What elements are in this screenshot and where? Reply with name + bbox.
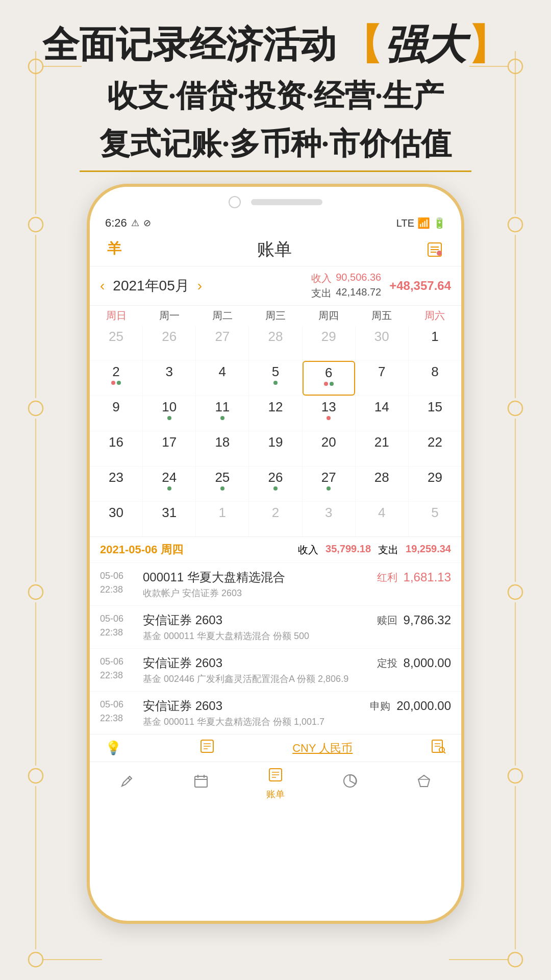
income-label: 收入 (311, 272, 332, 285)
signal-icon: ⊘ (143, 217, 151, 229)
currency-label[interactable]: CNY 人民币 (292, 741, 353, 756)
battery-icon: 🔋 (433, 217, 446, 229)
balance-value: +48,357.64 (389, 279, 451, 293)
prev-month-button[interactable]: ‹ (100, 278, 105, 294)
trans-expense-label: 支出 (378, 543, 398, 557)
calendar-cell-18[interactable]: 18 (196, 431, 248, 466)
time-display: 6:26 (105, 216, 127, 230)
nav-diamond[interactable] (387, 773, 461, 794)
calendar-cell-3[interactable]: 3 (143, 361, 195, 396)
trans-expense-value: 19,259.34 (406, 543, 451, 557)
calendar-cell-25[interactable]: 25 (196, 467, 248, 501)
signal-bars: 📶 (417, 217, 430, 229)
app-title: 账单 (257, 238, 292, 261)
calendar-cell-5[interactable]: 5 (249, 361, 302, 396)
calendar-cell-27[interactable]: 27 (303, 467, 355, 501)
nav-bill[interactable]: 账单 (238, 767, 313, 800)
expense-label: 支出 (311, 286, 332, 300)
calendar-cell-4[interactable]: 4 (196, 361, 248, 396)
calendar-cell-9[interactable]: 9 (90, 396, 142, 431)
calendar-cell-5[interactable]: 5 (409, 502, 461, 536)
svg-point-14 (29, 769, 43, 783)
bill-icon-left[interactable] (199, 739, 215, 757)
trans-amount: 20,000.00 (396, 699, 451, 713)
phone-speaker (251, 199, 322, 205)
svg-text:羊: 羊 (107, 240, 122, 256)
calendar-cell-6[interactable]: 6 (303, 361, 355, 396)
edit-icon-button[interactable] (423, 238, 446, 261)
trans-time: 05-0622:38 (100, 698, 136, 725)
calendar-cell-25[interactable]: 25 (90, 326, 142, 360)
calendar-cell-1[interactable]: 1 (409, 326, 461, 360)
calendar-cell-23[interactable]: 23 (90, 467, 142, 501)
calendar-cell-19[interactable]: 19 (249, 431, 302, 466)
income-value: 90,506.36 (336, 272, 381, 285)
calendar-cell-21[interactable]: 21 (356, 431, 408, 466)
transaction-item[interactable]: 05-0622:38安信证券 2603申购20,000.00基金 000011 … (90, 691, 461, 734)
svg-point-19 (508, 585, 522, 599)
calendar-cell-12[interactable]: 12 (249, 396, 302, 431)
day-thu: 周四 (302, 306, 355, 326)
calendar-cell-28[interactable]: 28 (356, 467, 408, 501)
nav-edit[interactable] (90, 773, 164, 794)
calendar-cell-29[interactable]: 29 (303, 326, 355, 360)
calendar-cell-26[interactable]: 26 (249, 467, 302, 501)
calendar-cell-10[interactable]: 10 (143, 396, 195, 431)
header-text-main: 全面记录经济活动 (42, 23, 336, 67)
svg-point-18 (508, 401, 522, 415)
calendar-cell-11[interactable]: 11 (196, 396, 248, 431)
trans-name: 000011 华夏大盘精选混合 (143, 569, 285, 585)
calendar-cell-24[interactable]: 24 (143, 467, 195, 501)
header-line3: 复式记账·多币种·市价估值 (31, 122, 520, 165)
calendar-cell-15[interactable]: 15 (409, 396, 461, 431)
calendar-cell-17[interactable]: 17 (143, 431, 195, 466)
calendar-cell-2[interactable]: 2 (249, 502, 302, 536)
trans-tag: 红利 (377, 571, 397, 584)
trans-body: 安信证券 2603定投8,000.00基金 002446 广发利鑫灵活配置混合A… (143, 655, 451, 685)
svg-point-12 (29, 401, 43, 415)
calendar-cell-30[interactable]: 30 (356, 326, 408, 360)
transaction-list: 05-0622:38000011 华夏大盘精选混合红利1,681.13收款帐户 … (90, 562, 461, 734)
month-label: 2021年05月 (113, 276, 189, 296)
phone-mockup: 6:26 ⚠ ⊘ LTE 📶 🔋 羊 账单 (87, 184, 464, 924)
calendar-cell-1[interactable]: 1 (196, 502, 248, 536)
svg-point-31 (437, 251, 442, 256)
calendar-cell-22[interactable]: 22 (409, 431, 461, 466)
calendar-cell-27[interactable]: 27 (196, 326, 248, 360)
calendar-cell-8[interactable]: 8 (409, 361, 461, 396)
transaction-item[interactable]: 05-0622:38000011 华夏大盘精选混合红利1,681.13收款帐户 … (90, 562, 461, 605)
calendar-cell-7[interactable]: 7 (356, 361, 408, 396)
transaction-item[interactable]: 05-0622:38安信证券 2603定投8,000.00基金 002446 广… (90, 648, 461, 691)
calendar-cell-31[interactable]: 31 (143, 502, 195, 536)
expense-row: 支出 42,148.72 (311, 286, 381, 300)
income-row: 收入 90,506.36 (311, 272, 381, 285)
bottom-navigation: 账单 (90, 762, 461, 803)
calendar-cell-26[interactable]: 26 (143, 326, 195, 360)
lightbulb-icon[interactable]: 💡 (105, 740, 121, 756)
calendar-cell-2[interactable]: 2 (90, 361, 142, 396)
calendar-cell-20[interactable]: 20 (303, 431, 355, 466)
status-bar: 6:26 ⚠ ⊘ LTE 📶 🔋 (90, 213, 461, 233)
calendar-cell-29[interactable]: 29 (409, 467, 461, 501)
day-wed: 周三 (249, 306, 302, 326)
calendar-cell-4[interactable]: 4 (356, 502, 408, 536)
nav-chart[interactable] (313, 773, 387, 794)
calendar-cell-14[interactable]: 14 (356, 396, 408, 431)
calendar-grid[interactable]: 2526272829301234567891011121314151617181… (90, 326, 461, 536)
svg-rect-42 (195, 776, 207, 787)
next-month-button[interactable]: › (197, 278, 202, 294)
calendar-cell-13[interactable]: 13 (303, 396, 355, 431)
trans-sub: 基金 000011 华夏大盘精选混合 份额 1,001.7 (143, 716, 451, 728)
calendar-cell-30[interactable]: 30 (90, 502, 142, 536)
trans-name: 安信证券 2603 (143, 612, 222, 628)
header-area: 全面记录经济活动 【 强大 】 收支·借贷·投资·经营·生产 复式记账·多币种·… (0, 20, 551, 172)
strong-word: 强大 (384, 20, 466, 69)
nav-calendar[interactable] (164, 773, 239, 794)
bracket-close: 】 (468, 20, 509, 69)
search-report-icon[interactable] (431, 739, 446, 757)
calendar-cell-3[interactable]: 3 (303, 502, 355, 536)
transaction-item[interactable]: 05-0622:38安信证券 2603赎回9,786.32基金 000011 华… (90, 605, 461, 648)
calendar-cell-28[interactable]: 28 (249, 326, 302, 360)
warning-icon: ⚠ (131, 217, 139, 229)
calendar-cell-16[interactable]: 16 (90, 431, 142, 466)
